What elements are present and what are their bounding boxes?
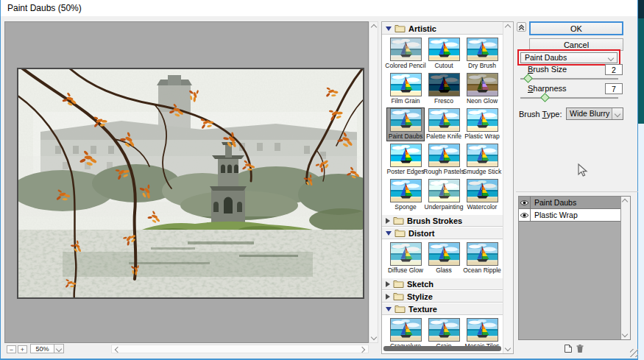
eye-icon (520, 212, 529, 219)
sharpness-slider[interactable] (520, 97, 618, 99)
preview-horizontal-scrollbar[interactable] (111, 345, 369, 353)
expand-triangle-icon[interactable] (386, 294, 390, 300)
scroll-up-icon[interactable] (371, 24, 377, 30)
collapse-triangle-icon[interactable] (386, 231, 392, 236)
filter-category-artistic[interactable]: Artistic (382, 22, 504, 35)
delete-effect-layer-button[interactable] (575, 344, 584, 353)
brush-type-value: Wide Blurry (570, 109, 609, 118)
filter-thumb-fresco[interactable]: Fresco (425, 73, 462, 105)
expand-triangle-icon[interactable] (386, 281, 390, 287)
filter-thumb-cutout[interactable]: Cutout (425, 38, 462, 70)
filter-thumb-rough-pastels[interactable]: Rough Pastels (425, 144, 462, 176)
filter-preview-image (391, 319, 421, 341)
expand-triangle-icon[interactable] (386, 218, 390, 224)
sharpness-slider-thumb[interactable] (540, 93, 550, 102)
filter-thumb-sponge[interactable]: Sponge (387, 179, 424, 211)
filter-category-stylize[interactable]: Stylize (382, 290, 504, 303)
filter-preview-image (391, 74, 421, 96)
scroll-left-icon[interactable] (115, 347, 121, 353)
filter-thumb-underpainting[interactable]: Underpainting (425, 179, 462, 211)
filter-thumb-patchwork[interactable]: Patchwork (387, 353, 424, 354)
scroll-up-icon[interactable] (505, 24, 511, 30)
preview-panel: − + 50% (4, 21, 378, 354)
ok-button[interactable]: OK (529, 21, 623, 35)
effect-layer-name: Paint Daubs (531, 198, 576, 207)
filter-thumb-label: Neon Glow (467, 97, 498, 105)
visibility-toggle[interactable] (519, 197, 531, 208)
scroll-down-icon[interactable] (505, 345, 511, 351)
effect-layer-paint-daubs[interactable]: Paint Daubs (519, 197, 621, 209)
effect-layer-list: Paint Daubs Plastic Wrap (519, 197, 630, 222)
collapse-panel-button[interactable] (517, 22, 526, 32)
filter-thumb-label: Dry Brush (468, 62, 496, 69)
collapse-triangle-icon[interactable] (386, 307, 392, 311)
zoom-level-dropdown-button[interactable] (54, 344, 64, 353)
filter-list-horizontal-scrollbar-thumb[interactable] (383, 346, 501, 351)
filter-category-distort[interactable]: Distort (382, 227, 504, 239)
filter-thumb-poster-edges[interactable]: Poster Edges (387, 144, 424, 176)
folder-icon (393, 280, 404, 288)
new-layer-icon (564, 344, 573, 353)
scroll-down-icon[interactable] (622, 331, 628, 337)
filter-thumb-smudge-stick[interactable]: Smudge Stick (464, 144, 500, 176)
chevron-down-icon (56, 346, 62, 352)
filter-thumb-plastic-wrap[interactable]: Plastic Wrap (464, 108, 500, 141)
filter-preview-image (467, 319, 498, 341)
screen: Paint Daubs (50%) (0, 0, 644, 360)
scroll-right-icon[interactable] (359, 347, 365, 353)
effect-layer-plastic-wrap[interactable]: Plastic Wrap (519, 209, 621, 222)
filter-thumb-label: Fresco (434, 97, 453, 105)
new-effect-layer-button[interactable] (563, 344, 573, 353)
filter-thumb-palette-knife[interactable]: Palette Knife (425, 108, 462, 141)
filter-thumb-watercolor[interactable]: Watercolor (464, 179, 500, 211)
brush-size-label: Brush Size (528, 65, 567, 74)
filter-category-label: Artistic (408, 24, 436, 33)
filter-category-sketch[interactable]: Sketch (382, 278, 504, 290)
collapse-triangle-icon[interactable] (386, 27, 392, 31)
filter-thumb-label: Poster Edges (386, 168, 424, 175)
filter-thumb-diffuse-glow[interactable]: Diffuse Glow (387, 242, 424, 275)
filter-thumb-label: Watercolor (467, 203, 498, 211)
effect-layers-scrollbar[interactable] (620, 197, 630, 339)
filter-preview-image (429, 243, 459, 265)
filter-thumb-film-grain[interactable]: Film Grain (387, 73, 424, 105)
preview-vertical-scrollbar[interactable] (369, 21, 378, 343)
visibility-toggle[interactable] (519, 209, 531, 221)
filter-thumb-paint-daubs[interactable]: Paint Daubs (387, 108, 424, 141)
filter-thumb-glass[interactable]: Glass (425, 242, 462, 275)
cancel-button[interactable]: Cancel (529, 38, 623, 51)
brush-size-slider[interactable] (520, 78, 618, 80)
brush-type-dropdown[interactable]: Wide Blurry (566, 107, 623, 120)
titlebar[interactable]: Paint Daubs (50%) (1, 0, 637, 16)
zoom-in-button[interactable]: + (18, 345, 27, 353)
folder-icon (394, 305, 406, 313)
filter-category-brush-strokes[interactable]: Brush Strokes (382, 214, 504, 227)
filter-thumb-ocean-ripple[interactable]: Ocean Ripple (464, 242, 500, 275)
filter-list-scrollbar[interactable] (503, 22, 513, 353)
zoom-level-value[interactable]: 50% (30, 344, 54, 353)
brush-type-label: Brush Type: (519, 110, 562, 119)
scroll-up-icon[interactable] (622, 199, 628, 205)
turtle-tower (207, 142, 250, 231)
filter-thumb-dry-brush[interactable]: Dry Brush (464, 38, 500, 70)
brush-size-input[interactable] (605, 64, 623, 75)
filter-preview-image (467, 144, 498, 166)
filter-thumb-colored-pencil[interactable]: Colored Pencil (387, 38, 424, 70)
brush-size-slider-thumb[interactable] (523, 74, 533, 83)
filter-thumb-neon-glow[interactable]: Neon Glow (464, 73, 500, 105)
preview-image[interactable] (18, 69, 363, 297)
filter-thumb-label: Film Grain (391, 97, 420, 105)
filter-thumb-label: Plastic Wrap (464, 133, 500, 140)
window-resize-grip[interactable] (630, 349, 638, 357)
filter-thumb-label: Glass (436, 267, 452, 274)
filter-thumb-label: Cutout (434, 62, 453, 69)
sharpness-input[interactable] (605, 83, 623, 94)
zoom-out-button[interactable]: − (7, 345, 16, 353)
filter-thumb-stained-glass[interactable]: Stained Glass (425, 353, 462, 354)
filter-thumb-texturizer[interactable]: Texturizer (464, 353, 500, 354)
filter-preview-image (467, 243, 498, 265)
filter-type-dropdown[interactable]: Paint Daubs (520, 52, 618, 63)
scroll-down-icon[interactable] (371, 334, 377, 340)
filter-category-texture[interactable]: Texture (382, 303, 504, 315)
filter-thumbnails-artistic: Colored Pencil Cutout Dry Brush (382, 35, 504, 214)
